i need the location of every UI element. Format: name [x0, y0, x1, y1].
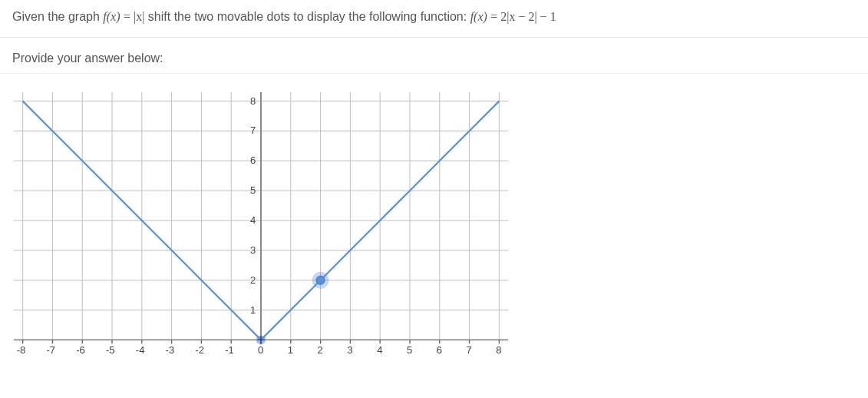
chart-area[interactable]: -8-7-6-5-4-3-2-101234567812345678 — [0, 74, 868, 366]
eq1-eq: = — [124, 10, 134, 23]
y-tick-label: 6 — [250, 154, 256, 166]
x-tick-label: 4 — [377, 344, 382, 356]
x-tick-label: -7 — [46, 344, 55, 356]
x-tick-label: -3 — [166, 344, 175, 356]
x-tick-label: 3 — [347, 344, 352, 356]
x-tick-label: 6 — [437, 344, 442, 356]
y-tick-label: 5 — [250, 184, 256, 196]
y-tick-label: 4 — [250, 214, 256, 226]
q-prefix: Given the graph — [12, 10, 103, 23]
y-tick-label: 8 — [250, 95, 256, 107]
question-text: Given the graph f(x) = |x| shift the two… — [12, 8, 856, 26]
x-tick-label: 1 — [288, 344, 293, 356]
eq2-lhs: f(x) — [470, 10, 487, 23]
x-tick-label: -8 — [17, 344, 26, 356]
eq2-eq: = — [490, 10, 500, 23]
q-middle: shift the two movable dots to display th… — [148, 10, 470, 23]
y-tick-label: 2 — [250, 274, 256, 286]
y-tick-label: 1 — [250, 304, 256, 316]
y-tick-label: 7 — [250, 124, 256, 136]
eq1-lhs: f(x) — [103, 10, 120, 23]
x-tick-label: 2 — [318, 344, 323, 356]
x-tick-label: 5 — [407, 344, 412, 356]
x-tick-label: -6 — [76, 344, 85, 356]
x-tick-label: -1 — [225, 344, 234, 356]
x-tick-label: -2 — [195, 344, 204, 356]
eq2-rhs: 2|x − 2| − 1 — [500, 10, 556, 23]
question-panel: Given the graph f(x) = |x| shift the two… — [0, 0, 868, 38]
x-tick-label: -4 — [136, 344, 145, 356]
x-tick-label: 7 — [467, 344, 472, 356]
y-tick-label: 3 — [250, 244, 256, 256]
answer-prompt: Provide your answer below: — [0, 38, 868, 74]
arm-dot[interactable] — [316, 276, 325, 284]
x-tick-label: 8 — [496, 344, 501, 356]
x-tick-label: 0 — [258, 344, 263, 356]
eq1-rhs: |x| — [134, 10, 144, 23]
x-tick-label: -5 — [106, 344, 115, 356]
graph-svg[interactable]: -8-7-6-5-4-3-2-101234567812345678 — [8, 89, 514, 366]
